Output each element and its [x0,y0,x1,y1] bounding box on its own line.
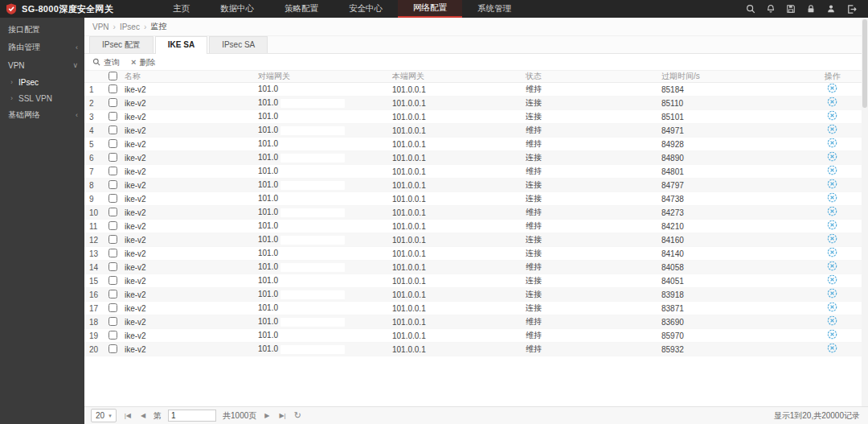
row-checkbox[interactable] [108,221,117,230]
row-checkbox[interactable] [108,290,117,298]
last-page-button[interactable]: ▶| [277,412,287,419]
row-status: 连接 [526,248,661,259]
disconnect-button[interactable] [827,329,837,342]
row-checkbox[interactable] [108,98,117,107]
disconnect-button[interactable] [827,247,837,260]
row-checkbox[interactable] [108,153,117,162]
tab-1[interactable]: IKE SA [155,36,207,54]
row-checkbox[interactable] [108,331,117,340]
disconnect-icon [827,233,837,246]
disconnect-button[interactable] [827,179,837,191]
disconnect-button[interactable] [827,192,837,205]
table-row: 7ike-v2101.0101.0.0.1维持84801 [84,165,868,179]
row-operation-cell [796,233,868,246]
row-checkbox[interactable] [108,126,117,134]
header-peer-gateway: 对端网关 [258,71,392,82]
chevron-right-icon: › [10,78,13,86]
top-nav-item-1[interactable]: 数据中心 [205,0,269,18]
prev-page-button[interactable]: ◀ [139,412,147,419]
sidebar-item-5[interactable]: 基础网络‹ [0,106,84,124]
row-checkbox[interactable] [108,112,117,121]
tab-2[interactable]: IPsec SA [209,36,268,53]
row-checkbox[interactable] [108,249,117,257]
disconnect-button[interactable] [827,206,837,219]
top-nav-item-0[interactable]: 主页 [158,0,205,18]
sidebar-item-0[interactable]: 接口配置 [0,21,84,39]
disconnect-button[interactable] [827,220,837,233]
next-page-button[interactable]: ▶ [263,412,271,419]
page-number-input[interactable] [168,410,216,422]
row-name: ike-v2 [125,318,258,327]
redaction-patch [280,85,345,94]
row-checkbox[interactable] [108,344,117,353]
disconnect-button[interactable] [827,138,837,150]
save-icon[interactable] [786,4,796,14]
row-expire-time: 84738 [661,195,796,204]
query-button[interactable]: 查询 [92,57,120,68]
row-checkbox[interactable] [108,139,117,148]
table-row: 14ike-v2101.0101.0.0.1维持84058 [84,261,868,274]
top-nav-item-2[interactable]: 策略配置 [269,0,334,18]
top-nav-item-3[interactable]: 安全中心 [334,0,398,18]
select-all-checkbox[interactable] [108,72,117,80]
sidebar-item-ipsec[interactable]: ›IPsec [0,74,84,90]
disconnect-button[interactable] [827,110,837,123]
row-checkbox[interactable] [108,194,117,203]
tab-0[interactable]: IPsec 配置 [89,36,154,53]
disconnect-icon [827,110,837,123]
table-row: 6ike-v2101.0101.0.0.1连接84890 [84,151,868,165]
top-nav-item-4[interactable]: 网络配置 [398,0,462,18]
disconnect-button[interactable] [827,97,837,109]
row-checkbox[interactable] [108,208,117,216]
header-expire-time: 过期时间/s [661,71,796,82]
user-icon[interactable] [826,4,836,14]
sidebar-item-1[interactable]: 路由管理‹ [0,39,84,56]
disconnect-button[interactable] [827,83,837,96]
row-checkbox[interactable] [108,317,117,326]
row-checkbox[interactable] [108,303,117,312]
row-checkbox[interactable] [108,84,117,93]
lock-icon[interactable] [806,4,816,14]
breadcrumb-item-1[interactable]: IPsec [120,23,140,31]
disconnect-button[interactable] [827,302,837,315]
logout-icon[interactable] [846,4,857,14]
disconnect-button[interactable] [827,343,837,356]
row-checkbox[interactable] [108,180,117,189]
row-local-gateway: 101.0.0.1 [392,208,526,217]
row-index: 6 [89,154,108,163]
search-icon[interactable] [746,4,755,14]
sidebar-item-ssl-vpn[interactable]: ›SSL VPN [0,90,84,106]
disconnect-button[interactable] [827,315,837,328]
row-checkbox[interactable] [108,276,117,285]
delete-button[interactable]: × 删除 [131,57,155,68]
vertical-scrollbar[interactable] [862,18,868,406]
row-expire-time: 83918 [661,290,796,299]
first-page-button[interactable]: |◀ [123,412,133,419]
disconnect-button[interactable] [827,261,837,274]
row-index: 17 [89,304,108,313]
table-row: 1ike-v2101.0101.0.0.1维持85184 [84,83,868,97]
disconnect-button[interactable] [827,288,837,301]
row-checkbox[interactable] [108,167,117,175]
row-checkbox[interactable] [108,235,117,244]
row-status: 维持 [526,84,661,95]
row-peer-gateway-value: 101.0 [258,331,278,340]
disconnect-button[interactable] [827,165,837,178]
scrollbar-thumb[interactable] [862,19,867,108]
sidebar-item-vpn[interactable]: VPN∨ [0,56,84,74]
bell-icon[interactable] [766,4,776,14]
disconnect-button[interactable] [827,233,837,246]
sidebar-item-label: SSL VPN [18,94,52,103]
page-size-select[interactable]: 20 ▾ [91,409,117,422]
disconnect-button[interactable] [827,151,837,164]
top-nav-item-5[interactable]: 系统管理 [462,0,526,18]
disconnect-button[interactable] [827,124,837,137]
row-peer-gateway: 101.0 [258,84,392,94]
search-icon [92,58,100,68]
refresh-button[interactable]: ↻ [294,410,301,421]
row-checkbox[interactable] [108,262,117,271]
row-peer-gateway: 101.0 [258,303,392,313]
disconnect-icon [827,206,837,219]
disconnect-button[interactable] [827,274,837,287]
breadcrumb-item-0[interactable]: VPN [92,23,109,31]
